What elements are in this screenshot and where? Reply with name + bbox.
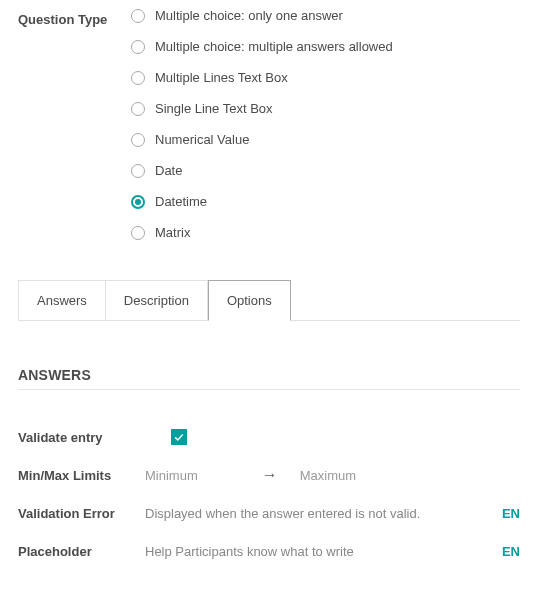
tabs: Answers Description Options [18, 280, 520, 321]
validation-error-label: Validation Error [18, 506, 133, 521]
radio-label: Matrix [155, 225, 190, 240]
check-icon [173, 431, 185, 443]
radio-icon [131, 40, 145, 54]
radio-label: Multiple Lines Text Box [155, 70, 288, 85]
radio-icon [131, 71, 145, 85]
placeholder-label: Placeholder [18, 544, 133, 559]
section-divider [18, 389, 520, 390]
tab-options[interactable]: Options [208, 280, 291, 321]
radio-icon [131, 9, 145, 23]
radio-option[interactable]: Multiple Lines Text Box [131, 70, 393, 85]
question-type-options: Multiple choice: only one answer Multipl… [131, 8, 393, 240]
radio-label: Multiple choice: multiple answers allowe… [155, 39, 393, 54]
question-type-label: Question Type [18, 8, 113, 27]
maximum-input[interactable]: Maximum [300, 468, 356, 483]
section-title-answers: ANSWERS [18, 367, 520, 383]
validation-error-input[interactable]: Displayed when the answer entered is not… [145, 506, 492, 521]
tab-answers[interactable]: Answers [18, 280, 106, 321]
validate-entry-checkbox[interactable] [171, 429, 187, 445]
radio-icon-selected [131, 195, 145, 209]
radio-label: Numerical Value [155, 132, 249, 147]
radio-option[interactable]: Numerical Value [131, 132, 393, 147]
radio-option[interactable]: Multiple choice: only one answer [131, 8, 393, 23]
arrow-right-icon: → [262, 466, 278, 484]
radio-icon [131, 164, 145, 178]
radio-label: Single Line Text Box [155, 101, 273, 116]
lang-badge[interactable]: EN [502, 544, 520, 559]
tab-description[interactable]: Description [106, 280, 208, 321]
radio-option-selected[interactable]: Datetime [131, 194, 393, 209]
radio-icon [131, 226, 145, 240]
radio-option[interactable]: Multiple choice: multiple answers allowe… [131, 39, 393, 54]
validate-entry-label: Validate entry [18, 430, 133, 445]
radio-label: Multiple choice: only one answer [155, 8, 343, 23]
lang-badge[interactable]: EN [502, 506, 520, 521]
minimum-input[interactable]: Minimum [145, 468, 198, 483]
radio-option[interactable]: Matrix [131, 225, 393, 240]
radio-label: Date [155, 163, 182, 178]
radio-label: Datetime [155, 194, 207, 209]
radio-icon [131, 133, 145, 147]
radio-option[interactable]: Single Line Text Box [131, 101, 393, 116]
radio-option[interactable]: Date [131, 163, 393, 178]
minmax-label: Min/Max Limits [18, 468, 133, 483]
placeholder-input[interactable]: Help Participants know what to write [145, 544, 492, 559]
radio-icon [131, 102, 145, 116]
